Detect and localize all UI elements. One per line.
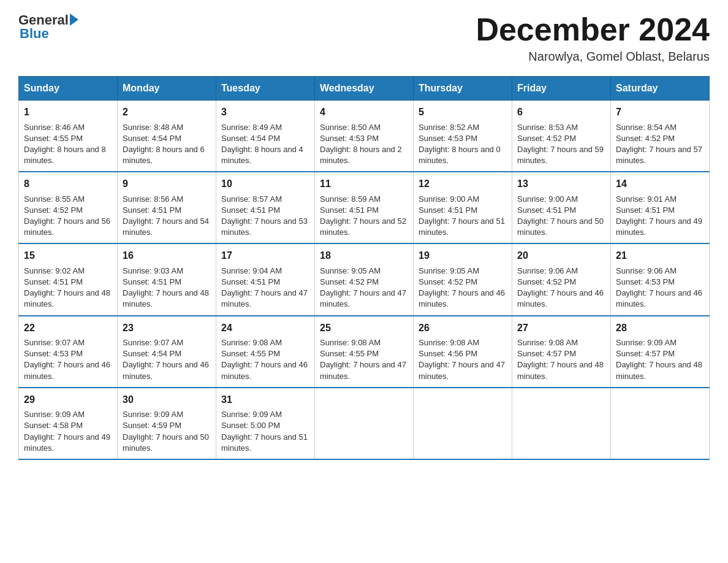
header-friday: Friday: [512, 77, 611, 101]
day-number: 23: [123, 321, 211, 335]
day-info: Sunrise: 9:08 AMSunset: 4:55 PMDaylight:…: [221, 338, 308, 381]
day-number: 4: [320, 105, 408, 119]
day-info: Sunrise: 9:00 AMSunset: 4:51 PMDaylight:…: [517, 194, 604, 237]
day-number: 10: [221, 177, 309, 191]
table-row: 20 Sunrise: 9:06 AMSunset: 4:52 PMDaylig…: [512, 243, 611, 315]
day-number: 2: [123, 105, 211, 119]
table-row: [414, 388, 512, 459]
day-info: Sunrise: 9:07 AMSunset: 4:54 PMDaylight:…: [123, 338, 209, 381]
day-info: Sunrise: 9:00 AMSunset: 4:51 PMDaylight:…: [419, 194, 505, 237]
table-row: 27 Sunrise: 9:08 AMSunset: 4:57 PMDaylig…: [512, 316, 611, 388]
day-info: Sunrise: 8:46 AMSunset: 4:55 PMDaylight:…: [24, 123, 106, 166]
day-info: Sunrise: 9:04 AMSunset: 4:51 PMDaylight:…: [221, 266, 308, 309]
header-saturday: Saturday: [611, 77, 710, 101]
table-row: 11 Sunrise: 8:59 AMSunset: 4:51 PMDaylig…: [315, 172, 414, 243]
table-row: 13 Sunrise: 9:00 AMSunset: 4:51 PMDaylig…: [512, 172, 611, 243]
day-info: Sunrise: 9:07 AMSunset: 4:53 PMDaylight:…: [24, 338, 110, 381]
header-tuesday: Tuesday: [216, 77, 315, 101]
day-info: Sunrise: 9:05 AMSunset: 4:52 PMDaylight:…: [419, 266, 505, 309]
day-number: 11: [320, 177, 408, 191]
day-info: Sunrise: 8:56 AMSunset: 4:51 PMDaylight:…: [123, 194, 209, 237]
table-row: 14 Sunrise: 9:01 AMSunset: 4:51 PMDaylig…: [611, 172, 710, 243]
day-number: 14: [616, 177, 704, 191]
day-info: Sunrise: 9:08 AMSunset: 4:55 PMDaylight:…: [320, 338, 406, 381]
day-info: Sunrise: 9:02 AMSunset: 4:51 PMDaylight:…: [24, 266, 110, 309]
day-number: 17: [221, 249, 309, 262]
month-title: December 2024: [476, 12, 710, 47]
day-info: Sunrise: 9:08 AMSunset: 4:56 PMDaylight:…: [419, 338, 505, 381]
day-number: 18: [320, 249, 408, 262]
day-info: Sunrise: 9:06 AMSunset: 4:52 PMDaylight:…: [517, 266, 604, 309]
table-row: 5 Sunrise: 8:52 AMSunset: 4:53 PMDayligh…: [414, 101, 512, 172]
day-number: 19: [419, 249, 507, 262]
calendar-header: Sunday Monday Tuesday Wednesday Thursday…: [19, 77, 710, 101]
day-info: Sunrise: 9:08 AMSunset: 4:57 PMDaylight:…: [517, 338, 604, 381]
table-row: 6 Sunrise: 8:53 AMSunset: 4:52 PMDayligh…: [512, 101, 611, 172]
day-info: Sunrise: 8:49 AMSunset: 4:54 PMDaylight:…: [221, 123, 303, 166]
day-info: Sunrise: 9:01 AMSunset: 4:51 PMDaylight:…: [616, 194, 702, 237]
table-row: 24 Sunrise: 9:08 AMSunset: 4:55 PMDaylig…: [216, 316, 315, 388]
day-number: 5: [419, 105, 507, 119]
table-row: 21 Sunrise: 9:06 AMSunset: 4:53 PMDaylig…: [611, 243, 710, 315]
day-number: 28: [616, 321, 704, 335]
day-number: 29: [24, 393, 112, 407]
day-info: Sunrise: 8:48 AMSunset: 4:54 PMDaylight:…: [123, 123, 205, 166]
day-info: Sunrise: 8:57 AMSunset: 4:51 PMDaylight:…: [221, 194, 308, 237]
day-info: Sunrise: 8:55 AMSunset: 4:52 PMDaylight:…: [24, 194, 110, 237]
day-number: 20: [517, 249, 605, 262]
day-number: 12: [419, 177, 507, 191]
table-row: 17 Sunrise: 9:04 AMSunset: 4:51 PMDaylig…: [216, 243, 315, 315]
day-number: 31: [221, 393, 309, 407]
title-block: December 2024 Narowlya, Gomel Oblast, Be…: [476, 12, 710, 64]
table-row: 2 Sunrise: 8:48 AMSunset: 4:54 PMDayligh…: [118, 101, 216, 172]
table-row: 28 Sunrise: 9:09 AMSunset: 4:57 PMDaylig…: [611, 316, 710, 388]
day-info: Sunrise: 9:06 AMSunset: 4:53 PMDaylight:…: [616, 266, 702, 309]
day-number: 16: [123, 249, 211, 262]
page-header: General Blue December 2024 Narowlya, Gom…: [18, 12, 710, 64]
header-sunday: Sunday: [19, 77, 118, 101]
day-number: 27: [517, 321, 605, 335]
day-info: Sunrise: 8:54 AMSunset: 4:52 PMDaylight:…: [616, 123, 702, 166]
table-row: 30 Sunrise: 9:09 AMSunset: 4:59 PMDaylig…: [118, 388, 216, 459]
logo: General Blue: [18, 12, 78, 42]
location-title: Narowlya, Gomel Oblast, Belarus: [476, 50, 710, 64]
table-row: 7 Sunrise: 8:54 AMSunset: 4:52 PMDayligh…: [611, 101, 710, 172]
logo-arrow-icon: [70, 13, 78, 26]
day-number: 8: [24, 177, 112, 191]
table-row: 12 Sunrise: 9:00 AMSunset: 4:51 PMDaylig…: [414, 172, 512, 243]
header-monday: Monday: [118, 77, 216, 101]
day-number: 25: [320, 321, 408, 335]
table-row: 29 Sunrise: 9:09 AMSunset: 4:58 PMDaylig…: [19, 388, 118, 459]
day-number: 6: [517, 105, 605, 119]
day-info: Sunrise: 9:09 AMSunset: 4:58 PMDaylight:…: [24, 410, 110, 453]
day-number: 26: [419, 321, 507, 335]
table-row: 25 Sunrise: 9:08 AMSunset: 4:55 PMDaylig…: [315, 316, 414, 388]
table-row: 31 Sunrise: 9:09 AMSunset: 5:00 PMDaylig…: [216, 388, 315, 459]
header-thursday: Thursday: [414, 77, 512, 101]
day-number: 22: [24, 321, 112, 335]
day-number: 24: [221, 321, 309, 335]
day-number: 9: [123, 177, 211, 191]
table-row: 26 Sunrise: 9:08 AMSunset: 4:56 PMDaylig…: [414, 316, 512, 388]
table-row: 4 Sunrise: 8:50 AMSunset: 4:53 PMDayligh…: [315, 101, 414, 172]
table-row: [512, 388, 611, 459]
table-row: 23 Sunrise: 9:07 AMSunset: 4:54 PMDaylig…: [118, 316, 216, 388]
day-number: 21: [616, 249, 704, 262]
table-row: 10 Sunrise: 8:57 AMSunset: 4:51 PMDaylig…: [216, 172, 315, 243]
day-info: Sunrise: 8:53 AMSunset: 4:52 PMDaylight:…: [517, 123, 604, 166]
table-row: 8 Sunrise: 8:55 AMSunset: 4:52 PMDayligh…: [19, 172, 118, 243]
day-number: 1: [24, 105, 112, 119]
day-number: 15: [24, 249, 112, 262]
calendar-body: 1 Sunrise: 8:46 AMSunset: 4:55 PMDayligh…: [19, 101, 710, 459]
day-info: Sunrise: 9:09 AMSunset: 4:57 PMDaylight:…: [616, 338, 702, 381]
table-row: 1 Sunrise: 8:46 AMSunset: 4:55 PMDayligh…: [19, 101, 118, 172]
logo-text-blue: Blue: [20, 26, 78, 42]
day-info: Sunrise: 8:50 AMSunset: 4:53 PMDaylight:…: [320, 123, 402, 166]
table-row: 19 Sunrise: 9:05 AMSunset: 4:52 PMDaylig…: [414, 243, 512, 315]
table-row: 15 Sunrise: 9:02 AMSunset: 4:51 PMDaylig…: [19, 243, 118, 315]
day-number: 7: [616, 105, 704, 119]
table-row: 18 Sunrise: 9:05 AMSunset: 4:52 PMDaylig…: [315, 243, 414, 315]
table-row: 3 Sunrise: 8:49 AMSunset: 4:54 PMDayligh…: [216, 101, 315, 172]
day-number: 30: [123, 393, 211, 407]
table-row: 9 Sunrise: 8:56 AMSunset: 4:51 PMDayligh…: [118, 172, 216, 243]
